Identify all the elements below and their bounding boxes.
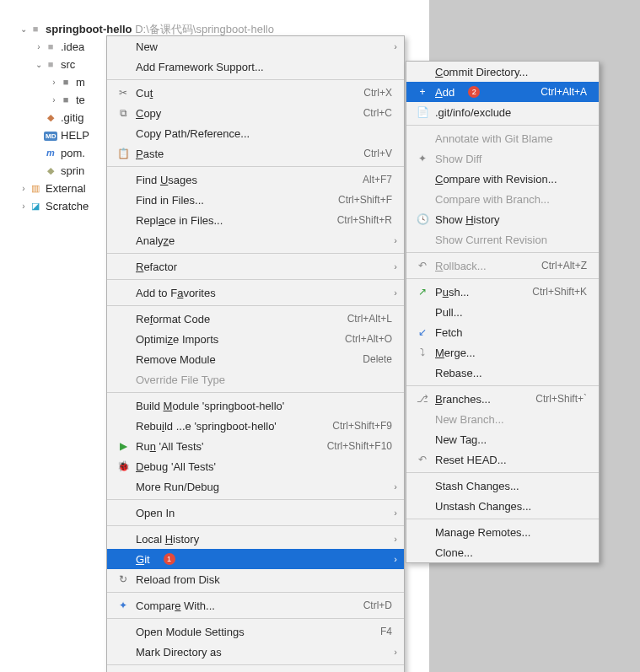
menu-remove-module[interactable]: Remove Module Delete xyxy=(107,349,404,369)
chevron-right-icon: › xyxy=(394,41,397,51)
menu-add-framework[interactable]: Add Framework Support... xyxy=(107,56,404,77)
paste-icon: 📋 xyxy=(116,148,131,159)
badge: 1 xyxy=(164,553,175,565)
tree-item-label: .gitig xyxy=(61,109,83,126)
menu-label: Reformat Code xyxy=(136,313,210,325)
menu-paste[interactable]: 📋 Paste Ctrl+V xyxy=(107,143,404,164)
menu-label: New Branch... xyxy=(435,413,504,426)
menu-copy[interactable]: ⧉ Copy Ctrl+C xyxy=(107,103,404,123)
menu-compare-with[interactable]: ✦ Compare With... Ctrl+D xyxy=(107,595,404,616)
git-unstash[interactable]: Unstash Changes... xyxy=(406,496,599,516)
menu-build-module[interactable]: Build Module 'springboot-hello' xyxy=(107,395,404,416)
git-submenu: Commit Directory... + Add 2 Ctrl+Alt+A 📄… xyxy=(406,61,600,563)
menu-add-favorites[interactable]: Add to Favorites › xyxy=(107,282,404,303)
shortcut: Ctrl+Shift+K xyxy=(524,286,587,298)
tree-item-label: External xyxy=(46,180,86,197)
menu-refactor[interactable]: Refactor › xyxy=(107,256,404,277)
merge-icon: ⤵ xyxy=(415,347,430,358)
chevron-right-icon: › xyxy=(394,554,397,564)
badge: 2 xyxy=(468,86,480,98)
git-compare-revision[interactable]: Compare with Revision... xyxy=(406,169,599,189)
tree-item-label: .idea xyxy=(61,38,84,56)
menu-label: Stash Changes... xyxy=(435,480,519,492)
menu-label: Override File Type xyxy=(136,374,225,386)
maven-icon: m xyxy=(44,144,57,162)
menu-reformat[interactable]: Reformat Code Ctrl+Alt+L xyxy=(107,309,404,329)
menu-separator xyxy=(406,472,599,473)
menu-label: Annotate with Git Blame xyxy=(435,132,552,145)
git-push[interactable]: ↗ Push... Ctrl+Shift+K xyxy=(406,282,599,302)
git-manage-remotes[interactable]: Manage Remotes... xyxy=(406,522,599,542)
git-branches[interactable]: ⎇ Branches... Ctrl+Shift+` xyxy=(406,389,599,409)
git-pull[interactable]: Pull... xyxy=(406,302,599,322)
git-fetch[interactable]: ↙ Fetch xyxy=(406,322,599,342)
shortcut: Ctrl+Shift+F xyxy=(318,194,392,206)
menu-label: Manage Remotes... xyxy=(435,526,530,539)
menu-label: Cut xyxy=(136,87,153,99)
menu-git[interactable]: Git 1 › xyxy=(107,549,404,569)
tree-item-label: m xyxy=(76,73,85,91)
menu-label: Rollback... xyxy=(435,260,487,272)
folder-icon: ■ xyxy=(44,56,57,73)
diff-icon: ✦ xyxy=(415,153,430,164)
folder-icon: ■ xyxy=(44,38,57,56)
git-show-history[interactable]: 🕓 Show History xyxy=(406,209,599,229)
menu-diagrams[interactable]: ⫼ Diagrams › xyxy=(107,668,404,672)
reset-icon: ↶ xyxy=(415,454,430,465)
menu-run-tests[interactable]: ▶ Run 'All Tests' Ctrl+Shift+F10 xyxy=(107,436,404,456)
menu-open-in[interactable]: Open In › xyxy=(107,503,404,523)
menu-label: Compare with Branch... xyxy=(435,193,550,206)
menu-analyze[interactable]: Analyze › xyxy=(107,230,404,250)
git-new-branch: New Branch... xyxy=(406,409,599,429)
compare-icon: ✦ xyxy=(116,599,131,611)
history-icon: 🕓 xyxy=(415,213,430,225)
menu-label: Pull... xyxy=(435,306,463,319)
git-annotate: Annotate with Git Blame xyxy=(406,128,599,148)
chevron-right-icon: › xyxy=(49,73,59,91)
menu-separator xyxy=(107,279,404,280)
git-merge[interactable]: ⤵ Merge... xyxy=(406,342,599,363)
tree-item-label: te xyxy=(76,91,85,109)
git-new-tag[interactable]: New Tag... xyxy=(406,429,599,449)
chevron-right-icon: › xyxy=(394,508,397,518)
menu-separator xyxy=(107,392,404,393)
git-rebase[interactable]: Rebase... xyxy=(406,363,599,383)
git-commit-directory[interactable]: Commit Directory... xyxy=(406,62,599,82)
menu-find-usages[interactable]: Find Usages Alt+F7 xyxy=(107,169,404,190)
menu-label: Analyze xyxy=(136,234,175,247)
push-icon: ↗ xyxy=(415,286,430,298)
git-info-exclude[interactable]: 📄 .git/info/exclude xyxy=(406,102,599,122)
menu-label: Copy xyxy=(136,107,161,120)
menu-cut[interactable]: ✂ Cut Ctrl+X xyxy=(107,83,404,103)
git-show-current-revision: Show Current Revision xyxy=(406,229,599,250)
context-menu: New › Add Framework Support... ✂ Cut Ctr… xyxy=(106,35,405,672)
git-stash[interactable]: Stash Changes... xyxy=(406,476,599,496)
menu-label: Fetch xyxy=(435,326,463,339)
git-add[interactable]: + Add 2 Ctrl+Alt+A xyxy=(406,82,599,102)
git-reset-head[interactable]: ↶ Reset HEAD... xyxy=(406,449,599,470)
menu-optimize-imports[interactable]: Optimize Imports Ctrl+Alt+O xyxy=(107,329,404,349)
menu-label: Replace in Files... xyxy=(136,214,223,227)
reload-icon: ↻ xyxy=(116,573,131,585)
menu-separator xyxy=(406,252,599,253)
menu-separator xyxy=(107,166,404,167)
menu-copy-path[interactable]: Copy Path/Reference... xyxy=(107,123,404,143)
menu-rebuild[interactable]: Rebuild ...e 'springboot-hello' Ctrl+Shi… xyxy=(107,416,404,436)
menu-replace-in-files[interactable]: Replace in Files... Ctrl+Shift+R xyxy=(107,210,404,230)
menu-separator xyxy=(406,125,599,126)
menu-reload[interactable]: ↻ Reload from Disk xyxy=(107,569,404,589)
menu-local-history[interactable]: Local History › xyxy=(107,529,404,549)
menu-label: Compare With... xyxy=(136,599,215,612)
menu-new[interactable]: New › xyxy=(107,36,404,56)
folder-icon: ■ xyxy=(59,73,73,91)
tree-item-label: HELP xyxy=(61,126,89,144)
menu-label: Optimize Imports xyxy=(136,333,218,346)
menu-open-module-settings[interactable]: Open Module Settings F4 xyxy=(107,621,404,642)
menu-more-run[interactable]: More Run/Debug › xyxy=(107,476,404,497)
menu-mark-directory[interactable]: Mark Directory as › xyxy=(107,642,404,662)
menu-find-in-files[interactable]: Find in Files... Ctrl+Shift+F xyxy=(107,190,404,210)
menu-debug-tests[interactable]: 🐞 Debug 'All Tests' xyxy=(107,456,404,476)
folder-icon: ■ xyxy=(29,20,42,38)
git-clone[interactable]: Clone... xyxy=(406,542,599,562)
menu-separator xyxy=(107,664,404,665)
